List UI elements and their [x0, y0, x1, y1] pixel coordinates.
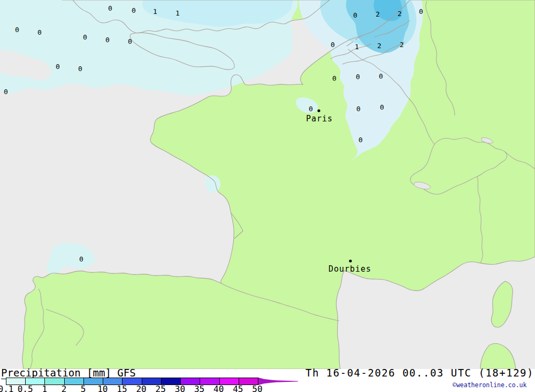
city-marker-dot [317, 109, 320, 112]
precip-value-label: 0 [132, 6, 136, 14]
legend-tick-label: 10 [97, 384, 108, 392]
precip-value-label: 2 [400, 41, 404, 49]
precip-value-label: 2 [377, 42, 381, 50]
city-marker-dot [349, 259, 351, 262]
weather-map-page: 0011000000000220012200000000 ParisDourbi… [0, 0, 535, 392]
copyright-text: ©weatheronline.co.uk [453, 381, 526, 389]
legend-footer: Precipitation [mm] GFS Th 16-04-2026 00.… [0, 369, 535, 392]
precip-value-label: 0 [78, 65, 82, 73]
legend-tick-label: 5 [81, 384, 86, 392]
precip-value-label: 1 [153, 7, 157, 16]
city-label: Dourbies [328, 264, 371, 274]
precip-value-label: 0 [332, 74, 337, 82]
precip-speck-cornwall [171, 52, 177, 59]
precip-value-label: 0 [353, 11, 357, 19]
precip-value-label: 0 [108, 4, 112, 12]
precip-value-label: 0 [128, 37, 132, 45]
legend-tick-label: 40 [213, 384, 224, 392]
precip-value-label: 0 [4, 88, 8, 96]
precip-value-label: 2 [398, 10, 402, 18]
precip-value-label: 0 [379, 72, 383, 80]
precip-value-label: 0 [356, 105, 361, 113]
precip-value-label: 0 [380, 103, 384, 111]
forecast-datetime: Th 16-04-2026 00..03 UTC (18+129) [305, 367, 534, 379]
legend-tick-label: 2 [62, 384, 67, 392]
precip-value-label: 0 [419, 7, 423, 16]
precip-value-label: 0 [331, 41, 335, 49]
precip-value-label: 1 [355, 43, 359, 51]
precip-value-label: 1 [175, 9, 180, 17]
legend-tick-label: 0.1 [0, 384, 13, 392]
legend-tick-label: 20 [136, 384, 146, 392]
map-area: 0011000000000220012200000000 ParisDourbi… [0, 0, 535, 369]
legend-tick-label: 0.5 [18, 384, 33, 392]
precip-value-label: 0 [356, 73, 360, 81]
precip-value-label: 0 [358, 136, 363, 144]
legend-tick-label: 50 [252, 384, 262, 392]
map-canvas: 0011000000000220012200000000 ParisDourbi… [0, 0, 535, 369]
precip-value-label: 0 [56, 63, 60, 71]
precip-value-label: 0 [105, 36, 110, 44]
legend-tick-label: 45 [233, 384, 243, 392]
legend-tick-label: 30 [175, 384, 185, 392]
precip-value-label: 2 [376, 10, 380, 18]
legend-tick-label: 35 [194, 384, 204, 392]
precip-value-label: 0 [309, 105, 313, 113]
precip-value-label: 0 [37, 28, 42, 36]
precip-value-label: 0 [15, 26, 19, 34]
precip-value-label: 0 [83, 33, 87, 41]
city-label: Paris [306, 114, 333, 124]
legend-tick-label: 1 [42, 384, 47, 392]
precip-value-label: 0 [79, 255, 83, 263]
legend-tick-label: 15 [117, 384, 127, 392]
legend-tick-label: 25 [156, 384, 166, 392]
